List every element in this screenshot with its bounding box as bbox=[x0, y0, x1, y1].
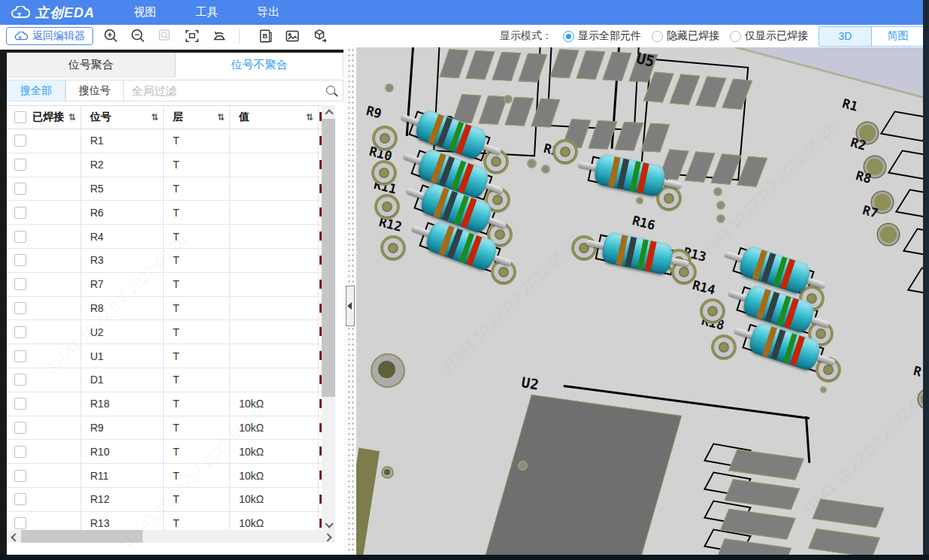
global-filter-input[interactable] bbox=[124, 80, 343, 101]
vertical-scroll-thumb[interactable] bbox=[322, 119, 335, 397]
table-row[interactable]: U2 T bbox=[7, 320, 322, 344]
zoom-out-icon[interactable] bbox=[129, 27, 147, 45]
row-checkbox[interactable] bbox=[14, 374, 26, 386]
sort-icon[interactable]: ⇅ bbox=[306, 112, 318, 123]
menu-export[interactable]: 导出 bbox=[257, 5, 280, 20]
radio-hide-soldered[interactable] bbox=[652, 31, 663, 42]
pcb-loop bbox=[554, 141, 576, 163]
pcb-dot bbox=[385, 83, 394, 92]
table-row[interactable]: U1 T bbox=[7, 344, 322, 368]
sort-icon[interactable]: ⇅ bbox=[68, 112, 80, 123]
search-all-button[interactable]: 搜全部 bbox=[7, 80, 65, 101]
view-toggle-3d[interactable]: 3D bbox=[819, 27, 871, 46]
radio-show-all-label[interactable]: 显示全部元件 bbox=[578, 29, 641, 43]
search-designator-button[interactable]: 搜位号 bbox=[65, 80, 124, 101]
row-checkbox[interactable] bbox=[14, 350, 26, 362]
pcb-3d-viewport[interactable]: U5R9R10R11R12R15R16R13R14R18U2R1R2R8R7R … bbox=[356, 47, 923, 555]
row-checkbox[interactable] bbox=[14, 446, 26, 458]
row-checkbox[interactable] bbox=[14, 278, 26, 290]
toolbar: 返回编辑器 B 显示模式： 显示全部元件 bbox=[0, 25, 929, 48]
select-all-checkbox[interactable] bbox=[14, 111, 26, 123]
cell-value bbox=[230, 249, 319, 272]
table-row[interactable]: R11 T 10kΩ bbox=[7, 464, 322, 488]
row-checkbox[interactable] bbox=[14, 470, 26, 482]
export-image-icon[interactable] bbox=[283, 27, 301, 45]
header-value[interactable]: 值 ⇅ bbox=[230, 106, 319, 129]
menu-tools[interactable]: 工具 bbox=[195, 5, 218, 20]
flip-board-icon[interactable] bbox=[210, 27, 228, 45]
row-checkbox[interactable] bbox=[14, 326, 26, 338]
pcb-padcol bbox=[802, 498, 882, 555]
row-checkbox[interactable] bbox=[14, 254, 26, 266]
radio-only-soldered[interactable] bbox=[730, 31, 741, 42]
radio-only-soldered-label[interactable]: 仅显示已焊接 bbox=[745, 29, 808, 43]
row-checkbox[interactable] bbox=[14, 135, 26, 147]
area-zoom-icon[interactable] bbox=[156, 27, 174, 45]
table-row[interactable]: D1 T bbox=[7, 368, 322, 392]
cell-layer: T bbox=[164, 320, 230, 344]
pcb-label: R16 bbox=[631, 213, 657, 233]
table-vertical-scrollbar[interactable] bbox=[322, 105, 335, 531]
window-right-edge bbox=[923, 0, 929, 560]
row-checkbox[interactable] bbox=[14, 302, 26, 314]
zoom-in-icon[interactable] bbox=[102, 27, 120, 45]
menu-view[interactable]: 视图 bbox=[134, 5, 156, 20]
pcb-label: U2 bbox=[520, 374, 540, 393]
scroll-up-arrow[interactable] bbox=[322, 105, 335, 119]
horizontal-scroll-thumb[interactable] bbox=[21, 530, 143, 543]
row-checkbox[interactable] bbox=[14, 207, 26, 219]
pcb-trap bbox=[888, 150, 923, 180]
table-horizontal-scrollbar[interactable] bbox=[7, 530, 335, 543]
app-logo[interactable]: 立创EDA bbox=[11, 4, 95, 22]
row-checkbox[interactable] bbox=[14, 231, 26, 243]
header-layer[interactable]: 层 ⇅ bbox=[164, 106, 230, 129]
table-row[interactable]: R3 T bbox=[7, 249, 322, 273]
row-checkbox[interactable] bbox=[14, 398, 26, 410]
table-row[interactable]: R12 T 10kΩ bbox=[7, 488, 322, 512]
header-designator[interactable]: 位号 ⇅ bbox=[81, 106, 164, 129]
radio-show-all[interactable] bbox=[563, 31, 574, 42]
table-row[interactable]: R9 T 10kΩ bbox=[7, 416, 322, 440]
sort-icon[interactable]: ⇅ bbox=[217, 112, 229, 123]
table-row[interactable]: R4 T bbox=[7, 225, 322, 249]
search-icon[interactable] bbox=[326, 86, 335, 95]
cell-value: 10kΩ bbox=[230, 392, 319, 416]
tab-designator-grouped[interactable]: 位号聚合 bbox=[7, 53, 175, 77]
table-row[interactable]: R1 T bbox=[7, 129, 322, 153]
zoom-fit-icon[interactable] bbox=[183, 27, 201, 45]
window-bottom-edge bbox=[0, 555, 929, 560]
radio-hide-soldered-label[interactable]: 隐藏已焊接 bbox=[667, 29, 719, 43]
cell-value: 10kΩ bbox=[230, 416, 319, 440]
table-row[interactable]: R2 T bbox=[7, 153, 322, 177]
header-soldered[interactable]: 已焊接 ⇅ bbox=[7, 106, 81, 129]
view-toggle-schematic[interactable]: 简图 bbox=[871, 27, 924, 46]
table-row[interactable]: R18 T 10kΩ bbox=[7, 392, 322, 416]
cell-value bbox=[230, 153, 319, 177]
table-row[interactable]: R5 T bbox=[7, 177, 322, 201]
cell-value bbox=[230, 368, 319, 392]
pcb-loop bbox=[701, 300, 724, 322]
tab-designator-ungrouped[interactable]: 位号不聚合 bbox=[175, 53, 343, 77]
sort-icon[interactable]: ⇅ bbox=[151, 112, 163, 123]
export-3d-file-icon[interactable] bbox=[310, 27, 328, 45]
export-bom-icon[interactable]: B bbox=[256, 27, 274, 45]
row-checkbox[interactable] bbox=[14, 517, 26, 529]
scroll-left-arrow[interactable] bbox=[7, 530, 20, 543]
row-checkbox[interactable] bbox=[14, 422, 26, 434]
pcb-label: R9 bbox=[365, 103, 383, 121]
table-row[interactable]: R7 T bbox=[7, 273, 322, 297]
back-to-editor-button[interactable]: 返回编辑器 bbox=[6, 27, 93, 45]
board-side-edge bbox=[356, 448, 380, 555]
back-to-editor-label: 返回编辑器 bbox=[32, 29, 85, 43]
row-checkbox[interactable] bbox=[14, 493, 26, 505]
cell-value: 10kΩ bbox=[230, 464, 319, 487]
table-row[interactable]: R10 T 10kΩ bbox=[7, 440, 322, 464]
row-checkbox[interactable] bbox=[14, 183, 26, 195]
table-row[interactable]: R6 T bbox=[7, 201, 322, 225]
table-row[interactable]: R8 T bbox=[7, 297, 322, 321]
scroll-right-arrow[interactable] bbox=[322, 530, 335, 543]
panel-collapse-handle[interactable] bbox=[346, 286, 355, 326]
row-checkbox[interactable] bbox=[14, 159, 26, 171]
pcb-hole bbox=[371, 353, 405, 388]
pcb-thpad bbox=[878, 224, 899, 245]
